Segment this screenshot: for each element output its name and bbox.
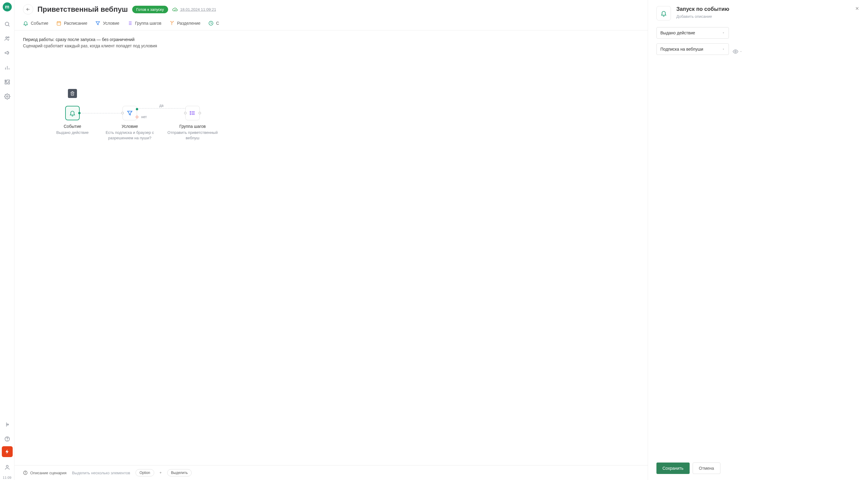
visibility-toggle[interactable] xyxy=(733,48,742,55)
delete-node-button[interactable] xyxy=(68,89,77,98)
port-out[interactable] xyxy=(198,112,201,114)
clock-icon xyxy=(208,21,214,26)
tool-schedule[interactable]: Расписание xyxy=(56,21,87,26)
tool-event[interactable]: Событие xyxy=(23,21,48,26)
canvas-line1: Период работы: сразу после запуска — без… xyxy=(23,36,639,43)
panel-icon xyxy=(656,6,671,21)
save-button[interactable]: Сохранить xyxy=(656,462,690,474)
back-button[interactable] xyxy=(23,4,33,14)
scenario-description[interactable]: Описание сценария xyxy=(23,470,66,475)
nav-help-icon[interactable] xyxy=(0,432,14,446)
tool-label: Расписание xyxy=(64,21,87,26)
nav-megaphone-icon[interactable] xyxy=(0,46,14,60)
footer: Описание сценария Выделить несколько эле… xyxy=(14,465,648,480)
main: Приветственный вебпуш Готов к запуску 18… xyxy=(14,0,648,480)
svg-point-2 xyxy=(6,37,7,38)
filter-icon xyxy=(95,21,100,26)
svg-point-3 xyxy=(8,37,9,38)
chevron-down-icon xyxy=(722,48,725,50)
svg-point-34 xyxy=(25,472,26,472)
nav-logout-icon[interactable] xyxy=(0,417,14,432)
nav-search-icon[interactable] xyxy=(0,17,14,31)
nav-gear-icon[interactable] xyxy=(0,89,14,104)
panel-title: Запуск по событию xyxy=(676,6,729,12)
footer-desc: Описание сценария xyxy=(30,471,66,475)
plus-label: + xyxy=(160,471,162,475)
node-condition[interactable]: Условие Есть подписка и браузер с разреш… xyxy=(100,106,160,140)
nav-people-icon[interactable] xyxy=(0,31,14,46)
node-title: Группа шагов xyxy=(162,124,223,129)
chevron-down-icon xyxy=(722,31,725,34)
port-out[interactable] xyxy=(78,112,81,114)
toolbar: Событие Расписание Условие Группа шагов … xyxy=(14,14,648,30)
calendar-icon xyxy=(56,21,62,26)
app-logo[interactable]: m xyxy=(3,2,12,11)
page-title: Приветственный вебпуш xyxy=(37,5,128,13)
svg-point-29 xyxy=(190,111,191,112)
list-icon xyxy=(189,110,196,116)
node-event[interactable]: Событие Выдано действие xyxy=(42,106,103,135)
select-event[interactable]: Подписка на вебпуши xyxy=(656,43,729,55)
flow: да нет Событие Выдано действие xyxy=(45,106,648,166)
tool-label: Событие xyxy=(31,21,48,26)
canvas[interactable]: Период работы: сразу после запуска — без… xyxy=(14,30,648,465)
key-hint: Option xyxy=(135,469,154,476)
chevron-down-icon xyxy=(740,50,742,53)
info-icon xyxy=(23,470,28,475)
node-title: Условие xyxy=(100,124,160,129)
tool-label: Группа шагов xyxy=(135,21,161,26)
tool-group[interactable]: Группа шагов xyxy=(127,21,161,26)
filter-icon xyxy=(126,110,133,116)
header: Приветственный вебпуш Готов к запуску 18… xyxy=(14,0,648,14)
tool-split[interactable]: Разделение xyxy=(169,21,200,26)
select-value: Выдано действие xyxy=(660,30,695,35)
svg-point-11 xyxy=(6,465,8,467)
nav-user-icon[interactable] xyxy=(0,460,14,475)
port-out-no[interactable] xyxy=(136,116,138,118)
bell-icon xyxy=(23,21,28,26)
panel-subtitle[interactable]: Добавить описание xyxy=(676,14,729,19)
save-timestamp[interactable]: 18.01.2024 11:09:21 xyxy=(172,7,216,12)
timestamp-text: 18.01.2024 11:09:21 xyxy=(180,7,216,12)
tool-label: Условие xyxy=(103,21,119,26)
sidebar: m 11:09 xyxy=(0,0,14,480)
svg-line-1 xyxy=(8,25,9,27)
cloud-check-icon xyxy=(172,7,178,12)
node-subtitle: Есть подписка и браузер с разрешением на… xyxy=(100,130,160,140)
split-icon xyxy=(169,21,175,26)
canvas-info: Период работы: сразу после запуска — без… xyxy=(23,36,639,49)
side-panel: Запуск по событию Добавить описание Выда… xyxy=(648,0,868,480)
svg-point-0 xyxy=(5,22,9,26)
select-action-type[interactable]: Выдано действие xyxy=(656,27,729,39)
tool-label: С xyxy=(216,21,219,26)
nav-puzzle-icon[interactable] xyxy=(0,75,14,89)
nav-chart-icon[interactable] xyxy=(0,60,14,75)
status-badge: Готов к запуску xyxy=(132,6,168,13)
bell-icon xyxy=(69,110,76,116)
svg-point-7 xyxy=(6,96,8,97)
select-action[interactable]: Выделить xyxy=(167,469,192,476)
list-icon xyxy=(127,21,132,26)
svg-point-31 xyxy=(190,114,191,115)
node-group[interactable]: Группа шагов Отправить приветственный ве… xyxy=(162,106,223,140)
svg-point-24 xyxy=(173,21,174,22)
port-in[interactable] xyxy=(121,112,124,114)
port-in[interactable] xyxy=(184,112,187,114)
canvas-line2: Сценарий сработает каждый раз, когда кли… xyxy=(23,43,639,49)
node-subtitle: Выдано действие xyxy=(42,130,103,135)
svg-point-23 xyxy=(170,21,171,22)
nav-bolt-button[interactable] xyxy=(2,446,13,457)
close-button[interactable] xyxy=(855,6,861,13)
footer-hint: Выделить несколько элементов xyxy=(72,471,130,475)
node-title: Событие xyxy=(42,124,103,129)
tool-wait[interactable]: С xyxy=(208,21,219,26)
cancel-button[interactable]: Отмена xyxy=(693,462,720,474)
node-subtitle: Отправить приветственный вебпуш xyxy=(162,130,223,140)
bell-icon xyxy=(660,10,667,16)
svg-rect-13 xyxy=(57,22,61,25)
svg-point-30 xyxy=(190,113,191,113)
tool-label: Разделение xyxy=(177,21,200,26)
port-out-yes[interactable] xyxy=(136,108,138,110)
tool-condition[interactable]: Условие xyxy=(95,21,119,26)
svg-point-37 xyxy=(735,51,736,53)
